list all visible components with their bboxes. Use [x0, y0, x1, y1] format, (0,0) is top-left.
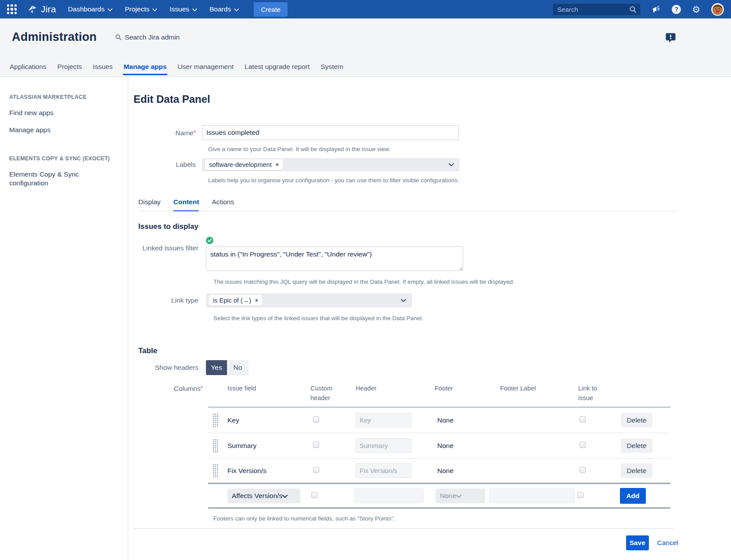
- labels-field-row: Labels software-development ×: [133, 158, 731, 171]
- custom-header-checkbox[interactable]: [313, 442, 319, 448]
- required-marker: *: [194, 129, 196, 136]
- add-column-row: Affects Version/s None: [208, 484, 670, 509]
- link-to-issue-checkbox[interactable]: [577, 492, 583, 498]
- jira-logo-icon: [26, 4, 38, 15]
- remove-tag-icon[interactable]: ×: [276, 162, 279, 167]
- delete-button[interactable]: Delete: [621, 438, 652, 453]
- link-type-row: Link type is Epic of (→) ×: [133, 293, 731, 307]
- tab-manage-apps[interactable]: Manage apps: [123, 63, 167, 75]
- tab-system[interactable]: System: [320, 63, 344, 75]
- sidebar-item-find-new-apps[interactable]: Find new apps: [9, 108, 117, 117]
- nav-search-input[interactable]: [557, 6, 629, 13]
- col-header-issue-field: Issue field: [227, 383, 305, 393]
- toggle-yes-button[interactable]: Yes: [206, 360, 227, 375]
- tab-user-management[interactable]: User management: [177, 63, 234, 75]
- custom-header-checkbox[interactable]: [313, 467, 319, 473]
- link-type-tag: is Epic of (→) ×: [209, 295, 262, 306]
- add-button[interactable]: Add: [620, 488, 646, 504]
- search-icon[interactable]: [629, 6, 637, 13]
- required-marker: *: [201, 385, 203, 391]
- cancel-link[interactable]: Cancel: [657, 539, 678, 547]
- sidebar-item-manage-apps[interactable]: Manage apps: [9, 126, 117, 134]
- issue-field-name: Key: [227, 416, 305, 424]
- sidebar-item-elements-configuration[interactable]: Elements Copy & Sync configuration: [9, 170, 99, 188]
- chevron-down-icon: [449, 163, 454, 166]
- custom-header-checkbox[interactable]: [311, 492, 317, 498]
- nav-item-issues[interactable]: Issues: [169, 5, 197, 13]
- jira-admin-page: Jira Dashboards Projects Issues Boards C…: [0, 0, 731, 560]
- tab-latest-upgrade-report[interactable]: Latest upgrade report: [244, 63, 310, 75]
- tab-projects[interactable]: Projects: [57, 63, 83, 75]
- tab-actions[interactable]: Actions: [212, 198, 234, 211]
- link-to-issue-checkbox[interactable]: [580, 442, 586, 448]
- issue-field-name: Summary: [227, 442, 305, 450]
- labels-select[interactable]: software-development ×: [202, 158, 460, 171]
- tab-issues[interactable]: Issues: [93, 63, 113, 75]
- header-input[interactable]: [354, 488, 424, 503]
- header-input[interactable]: [356, 463, 411, 478]
- name-label: Name*: [133, 125, 202, 137]
- header-input[interactable]: [356, 438, 411, 453]
- filter-field-column: status in ("In Progress", "Under Test", …: [206, 237, 463, 271]
- nav-item-dashboards[interactable]: Dashboards: [68, 5, 113, 13]
- link-to-issue-checkbox[interactable]: [580, 416, 586, 423]
- feedback-icon[interactable]: [665, 33, 676, 45]
- link-type-select[interactable]: is Epic of (→) ×: [206, 293, 412, 307]
- show-headers-toggle: Yes No: [206, 360, 248, 375]
- col-header-custom-header: Custom header: [305, 383, 349, 403]
- help-icon[interactable]: ?: [672, 5, 681, 14]
- issue-field-select[interactable]: Affects Version/s: [227, 488, 300, 503]
- col-header-footer: Footer: [428, 383, 493, 393]
- table-row: Summary None Delete: [208, 433, 670, 459]
- footer-value: None: [428, 416, 493, 424]
- tab-display[interactable]: Display: [138, 198, 161, 211]
- footer-label-input[interactable]: [489, 488, 575, 503]
- gear-icon[interactable]: ⚙: [692, 5, 700, 14]
- footer-select[interactable]: None: [436, 488, 485, 503]
- filter-help-text: The issues matching this JQL query will …: [213, 278, 731, 285]
- valid-check-icon: [206, 237, 213, 244]
- delete-button[interactable]: Delete: [621, 463, 652, 478]
- nav-item-projects[interactable]: Projects: [125, 5, 157, 13]
- main-content: Edit Data Panel Name* Give a name to you…: [128, 77, 731, 560]
- app-switcher-icon[interactable]: [7, 4, 17, 14]
- columns-table-header: Issue field Custom header Header Footer …: [208, 383, 670, 408]
- create-button[interactable]: Create: [254, 2, 288, 17]
- drag-handle[interactable]: [212, 464, 218, 477]
- form-separator: [133, 528, 673, 529]
- col-header-footer-label: Footer Label: [493, 383, 573, 393]
- name-input[interactable]: [202, 125, 459, 140]
- chevron-down-icon: [192, 5, 197, 13]
- label-tag: software-development ×: [205, 159, 283, 170]
- remove-tag-icon[interactable]: ×: [255, 298, 258, 303]
- admin-sidebar: ATLASSIAN MARKETPLACE Find new apps Mana…: [0, 77, 128, 560]
- toggle-no-button[interactable]: No: [227, 360, 248, 375]
- delete-button[interactable]: Delete: [621, 413, 652, 427]
- page-title: Administration: [12, 30, 97, 44]
- search-icon: [115, 34, 122, 40]
- custom-header-checkbox[interactable]: [313, 416, 319, 423]
- drag-handle[interactable]: [212, 413, 218, 427]
- form-title: Edit Data Panel: [133, 93, 731, 105]
- save-button[interactable]: Save: [626, 535, 649, 550]
- link-type-help-text: Select the link types of the linked issu…: [213, 315, 731, 322]
- jql-filter-textarea[interactable]: status in ("In Progress", "Under Test", …: [206, 246, 463, 271]
- footer-value: None: [428, 442, 493, 450]
- jira-home-link[interactable]: Jira: [26, 4, 56, 15]
- columns-section: Columns* Issue field Custom header Heade…: [133, 383, 731, 509]
- top-navigation: Jira Dashboards Projects Issues Boards C…: [0, 0, 731, 18]
- tab-applications[interactable]: Applications: [9, 63, 47, 75]
- table-heading: Table: [138, 347, 731, 355]
- admin-search[interactable]: Search Jira admin: [115, 33, 180, 41]
- nav-item-boards[interactable]: Boards: [209, 5, 239, 13]
- tab-content[interactable]: Content: [173, 198, 199, 211]
- link-to-issue-checkbox[interactable]: [580, 467, 586, 473]
- link-type-label: Link type: [133, 293, 206, 304]
- announcements-icon[interactable]: [652, 5, 661, 14]
- chevron-down-icon: [152, 5, 157, 13]
- header-input[interactable]: [356, 413, 411, 427]
- drag-handle[interactable]: [212, 439, 218, 452]
- user-avatar[interactable]: [711, 3, 724, 16]
- chevron-down-icon: [456, 492, 461, 500]
- labels-label: Labels: [133, 158, 202, 169]
